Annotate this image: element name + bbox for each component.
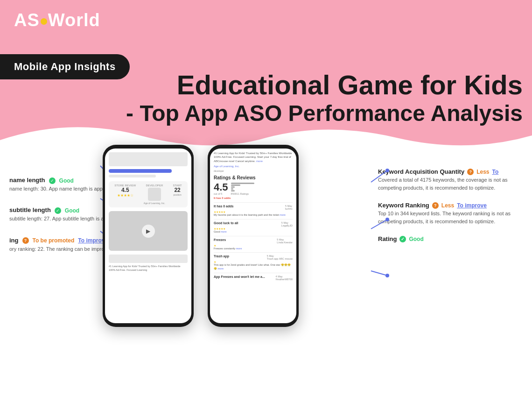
phone2-ratings: Ratings & Reviews 4.5 out of 5 bbox=[214, 175, 293, 199]
big-rating: 4.5 bbox=[214, 182, 228, 192]
phone2-content: #1 Learning App for Kids! Trusted by 50m… bbox=[210, 149, 296, 285]
logo-dot bbox=[41, 18, 47, 25]
main-title: Educational Game for Kids - Top App ASO … bbox=[93, 70, 523, 127]
metric-subtitle-length-status: Good bbox=[65, 207, 79, 214]
no-ads-tag: It has 0 adds bbox=[214, 197, 293, 199]
right-metric-keyword-acquisition: Keyword Acquisition Quantity ? Less To C… bbox=[378, 168, 523, 191]
phone1-stats: STORE REVIEW 4.5 ★★★★☆ DEVELOPER Age of … bbox=[109, 181, 188, 207]
developer-label: developer bbox=[214, 170, 293, 172]
phone1-stat-rating: STORE REVIEW 4.5 ★★★★☆ bbox=[114, 184, 136, 205]
right-metric-rating: Rating ✓ Good bbox=[378, 235, 523, 242]
phone1-blue-bar bbox=[109, 169, 172, 173]
right-panel: Keyword Acquisition Quantity ? Less To C… bbox=[373, 159, 532, 257]
ratings-title: Ratings & Reviews bbox=[214, 175, 293, 180]
phone-mockup-2: #1 Learning App for Kids! Trusted by 50m… bbox=[208, 145, 299, 327]
phone1-bottom-strip bbox=[109, 255, 188, 263]
warn-icon-kw-rank: ? bbox=[432, 202, 439, 209]
review-3: Freezes 5 MayLinda Keeslar ★ Freezes con… bbox=[214, 236, 293, 253]
phone-mockup-1: STORE REVIEW 4.5 ★★★★☆ DEVELOPER Age of … bbox=[103, 145, 194, 327]
developer-link: Age of Learning, Inc. bbox=[214, 165, 293, 168]
phone1-stat-developer: DEVELOPER Age of Learning, Inc. bbox=[144, 184, 165, 205]
warn-icon-kw-acq: ? bbox=[467, 169, 474, 175]
phone1-desc: #1 Learning App for Kids! Trusted by 50m… bbox=[109, 265, 188, 272]
phone2-header: #1 Learning App for Kids! Trusted by 50m… bbox=[214, 151, 293, 163]
keyword-acquisition-title: Keyword Acquisition Quantity ? Less To bbox=[378, 168, 523, 175]
metric-subtitle-length-title: subtitle length bbox=[9, 206, 51, 213]
good-icon-subtitle: ✓ bbox=[55, 207, 61, 214]
title-line2: - Top App ASO Performance Analysis bbox=[93, 100, 523, 127]
phone1-stat-start: START 22 position bbox=[173, 184, 182, 205]
warn-icon-ranking: ? bbox=[22, 237, 29, 244]
total-ratings: 850911 Ratings bbox=[231, 192, 293, 195]
phone1-screen: STORE REVIEW 4.5 ★★★★☆ DEVELOPER Age of … bbox=[105, 149, 191, 323]
phone1-video: ▶ bbox=[109, 211, 188, 251]
metric-name-length-title: name length bbox=[9, 177, 45, 184]
big-rating-block: 4.5 out of 5 bbox=[214, 182, 228, 195]
metric-ranking-title: ing bbox=[9, 237, 19, 244]
keyword-acquisition-desc: Covered a total of 4175 keywords, the co… bbox=[378, 176, 523, 191]
review-5: App Freezes and won't let me a... 4 MayH… bbox=[214, 273, 293, 283]
bottom-section: name length ✓ Good name length: 30. App … bbox=[0, 159, 532, 411]
phone1-content: STORE REVIEW 4.5 ★★★★☆ DEVELOPER Age of … bbox=[105, 149, 191, 276]
rating-title: Rating ✓ Good bbox=[378, 235, 523, 242]
review-4: Trash app 5 MayTrash app ABC mouse ★ Thi… bbox=[214, 252, 293, 272]
logo: ASWorld bbox=[14, 10, 100, 30]
banner: ASWorld Mobile App Insights Educational … bbox=[0, 0, 532, 159]
svg-line-10 bbox=[371, 271, 387, 276]
review-1: It has 0 adds 5 Mayluchhc ★★★★★ My favor… bbox=[214, 202, 293, 219]
keyword-ranking-desc: Top 10 in 344 keyword lists. The keyword… bbox=[378, 210, 523, 225]
rating-row: 4.5 out of 5 850911 Ratings bbox=[214, 182, 293, 195]
good-icon-rating: ✓ bbox=[399, 236, 406, 242]
good-icon-name: ✓ bbox=[49, 177, 56, 184]
svg-point-11 bbox=[385, 274, 389, 277]
phone2-screen: #1 Learning App for Kids! Trusted by 50m… bbox=[210, 149, 296, 323]
right-metric-keyword-ranking: Keyword Ranking ? Less To improve Top 10… bbox=[378, 202, 523, 225]
out-of: out of 5 bbox=[214, 192, 228, 195]
keyword-ranking-title: Keyword Ranking ? Less To improve bbox=[378, 202, 523, 209]
phone1-header-strip bbox=[109, 152, 188, 166]
logo-text: ASWorld bbox=[14, 10, 100, 30]
metric-ranking-status: To be promoted bbox=[33, 237, 75, 244]
play-button[interactable]: ▶ bbox=[142, 225, 155, 238]
metric-name-length-status: Good bbox=[59, 177, 74, 184]
kw-rank-improve[interactable]: To improve bbox=[457, 202, 487, 209]
review-2: Good luck to all 5 MayLegallyJD ★★★★★ Go… bbox=[214, 219, 293, 236]
kw-acq-improve[interactable]: To bbox=[492, 169, 499, 175]
title-line1: Educational Game for Kids bbox=[93, 70, 523, 100]
rating-bars: 850911 Ratings bbox=[231, 182, 293, 195]
phones-container: STORE REVIEW 4.5 ★★★★☆ DEVELOPER Age of … bbox=[103, 145, 299, 327]
